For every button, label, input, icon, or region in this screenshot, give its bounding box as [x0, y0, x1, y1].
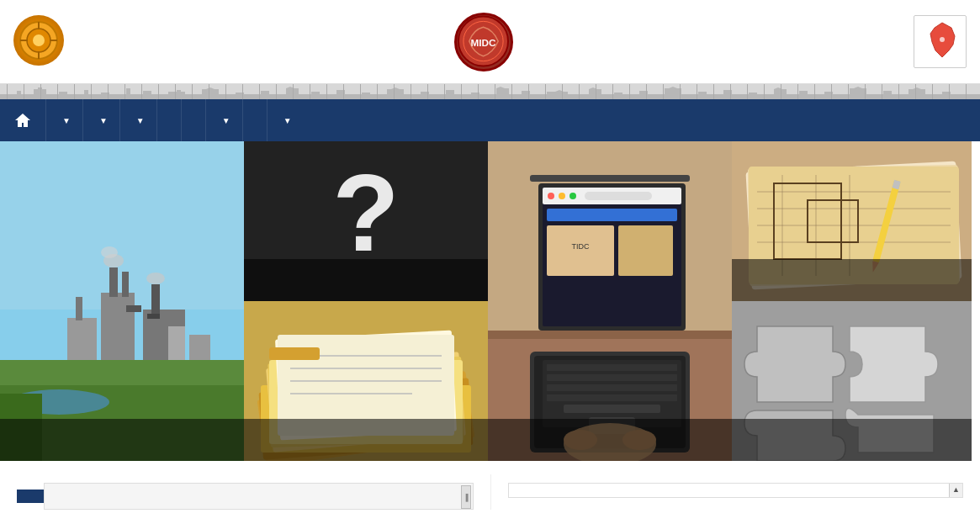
svg-point-26	[146, 273, 165, 284]
public-grievance-overlay	[732, 419, 972, 461]
nav-item-faqs[interactable]	[242, 99, 267, 141]
nav-item-fdi[interactable]	[156, 99, 181, 141]
svg-rect-23	[76, 297, 82, 320]
nav-item-events[interactable]: ▼	[205, 99, 242, 141]
notice-box: ▲	[508, 483, 964, 498]
svg-point-47	[559, 193, 565, 199]
scroll-icon: ▐	[464, 494, 469, 501]
svg-point-48	[569, 193, 576, 199]
grid-item-land[interactable]	[0, 141, 244, 461]
online-services-overlay	[488, 419, 732, 461]
message-desk-section: ▐	[0, 474, 490, 510]
svg-rect-59	[564, 405, 660, 413]
svg-rect-56	[547, 374, 677, 381]
land-overlay	[0, 419, 244, 461]
important-notice-section: ▲	[490, 474, 981, 510]
svg-rect-20	[109, 267, 118, 297]
building-plan-overlay	[732, 259, 972, 301]
bottom-section: ▐ ▲	[0, 461, 980, 510]
nav-item-midc[interactable]: ▼	[82, 99, 119, 141]
svg-point-25	[101, 246, 118, 258]
dropdown-arrow-icon: ▼	[62, 116, 71, 125]
svg-point-2	[33, 34, 45, 46]
grid-item-tender[interactable]	[244, 301, 488, 461]
grid-item-investor-query[interactable]: ?	[244, 141, 488, 301]
nav-item-focus-sectors[interactable]	[181, 99, 205, 141]
main-grid: ?	[0, 141, 980, 461]
svg-rect-22	[151, 284, 160, 314]
svg-text:TIDC: TIDC	[572, 242, 590, 251]
notice-scrollbar[interactable]: ▲	[949, 484, 962, 497]
svg-text:MIDC: MIDC	[470, 37, 496, 49]
nav-item-contact[interactable]: ▼	[267, 99, 304, 141]
india-map-icon	[928, 21, 957, 62]
grid-item-online-services[interactable]: TIDC	[488, 141, 732, 461]
svg-rect-17	[101, 293, 135, 360]
svg-rect-49	[585, 192, 652, 200]
nav-item-destination[interactable]: ▼	[45, 99, 82, 141]
dropdown-arrow-icon: ▼	[222, 116, 230, 125]
svg-rect-30	[147, 314, 160, 319]
scroll-up-icon: ▲	[952, 485, 960, 494]
svg-rect-11	[0, 84, 980, 99]
ceo-message-content: ▐	[44, 483, 474, 510]
notice-text	[509, 484, 950, 497]
svg-rect-57	[547, 384, 677, 391]
dropdown-arrow-icon: ▼	[136, 116, 145, 125]
tender-overlay	[244, 419, 488, 461]
svg-rect-50	[547, 209, 677, 221]
scroll-handle[interactable]: ▐	[461, 485, 471, 509]
svg-point-10	[940, 37, 945, 42]
skyline-divider	[0, 84, 980, 99]
svg-rect-95	[269, 347, 320, 360]
svg-rect-28	[189, 335, 210, 360]
main-navbar: ▼ ▼ ▼ ▼ ▼	[0, 99, 980, 141]
home-nav-button[interactable]	[0, 99, 45, 141]
svg-rect-52	[618, 225, 673, 276]
nav-item-doing-business[interactable]: ▼	[119, 99, 156, 141]
midc-logo: MIDC	[454, 13, 513, 71]
dropdown-arrow-icon: ▼	[283, 116, 292, 125]
ceo-message-tab[interactable]	[17, 490, 44, 503]
magnetic-branding	[914, 15, 967, 68]
gov-logo	[13, 15, 64, 66]
midc-branding: MIDC	[454, 13, 523, 71]
svg-point-46	[548, 193, 554, 199]
svg-rect-58	[547, 394, 677, 401]
svg-rect-29	[126, 305, 141, 312]
investor-query-overlay	[244, 259, 488, 301]
svg-rect-21	[122, 272, 129, 297]
gov-branding	[13, 15, 64, 69]
grid-item-building-plan[interactable]	[732, 141, 972, 301]
svg-rect-55	[547, 364, 677, 371]
svg-rect-27	[168, 326, 185, 360]
grid-item-public-grievance[interactable]	[732, 301, 972, 461]
svg-rect-19	[67, 318, 97, 360]
svg-rect-61	[530, 175, 690, 182]
site-header: MIDC	[0, 0, 980, 84]
svg-rect-51	[547, 225, 614, 276]
svg-rect-40	[488, 331, 732, 339]
dropdown-arrow-icon: ▼	[99, 116, 108, 125]
